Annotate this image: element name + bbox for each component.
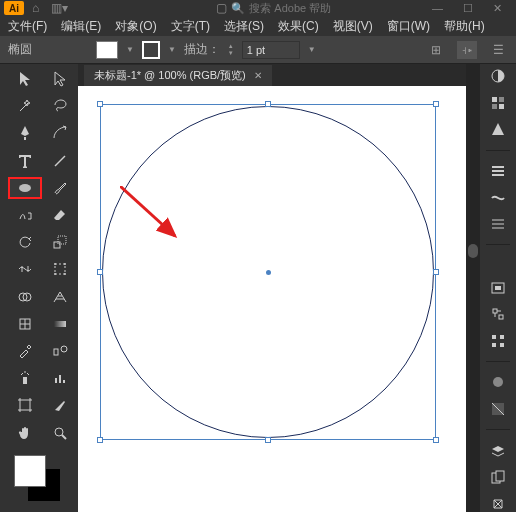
scrollbar-vertical[interactable] — [466, 64, 480, 512]
maximize-button[interactable]: ☐ — [463, 2, 473, 15]
menu-view[interactable]: 视图(V) — [333, 18, 373, 35]
menu-help[interactable]: 帮助(H) — [444, 18, 485, 35]
rotate-tool[interactable] — [8, 231, 42, 253]
color-panel-icon[interactable] — [489, 68, 507, 85]
symbols-panel-icon[interactable] — [489, 279, 507, 296]
transform-panel-icon[interactable] — [489, 306, 507, 323]
svg-line-21 — [62, 435, 66, 439]
gradient-tool[interactable] — [43, 313, 77, 335]
artboard-tool[interactable] — [8, 394, 42, 416]
stroke-stepper[interactable]: ▲▼ — [228, 43, 234, 57]
stroke-weight-input[interactable] — [242, 41, 300, 59]
menu-panel-icon[interactable] — [489, 216, 507, 233]
svg-rect-25 — [499, 97, 504, 102]
svg-rect-16 — [55, 378, 57, 383]
align-panel-icon[interactable] — [489, 333, 507, 350]
brushes-panel-icon[interactable] — [489, 189, 507, 206]
svg-point-1 — [19, 184, 31, 192]
column-graph-tool[interactable] — [43, 367, 77, 389]
close-button[interactable]: ✕ — [493, 2, 502, 15]
magic-wand-tool[interactable] — [8, 95, 42, 117]
search-icon: 🔍 — [231, 2, 245, 15]
swatches-panel-icon[interactable] — [489, 95, 507, 112]
home-icon[interactable]: ⌂ — [32, 1, 39, 15]
resize-handle[interactable] — [265, 101, 271, 107]
bounding-box[interactable] — [100, 104, 436, 440]
menu-type[interactable]: 文字(T) — [171, 18, 210, 35]
document-tab[interactable]: 未标题-1* @ 100% (RGB/预览) ✕ — [84, 65, 272, 86]
svg-point-14 — [61, 346, 67, 352]
chevron-down-icon[interactable]: ▼ — [308, 45, 316, 54]
scale-tool[interactable] — [43, 231, 77, 253]
stroke-swatch[interactable] — [142, 41, 160, 59]
shape-builder-tool[interactable] — [8, 286, 42, 308]
symbol-sprayer-tool[interactable] — [8, 367, 42, 389]
grid-icon[interactable]: ⊞ — [431, 43, 441, 57]
resize-handle[interactable] — [433, 269, 439, 275]
arrange-icon[interactable]: ▥▾ — [51, 1, 68, 15]
panel-icon[interactable]: ▢ — [216, 1, 227, 15]
svg-rect-3 — [58, 236, 66, 244]
menu-select[interactable]: 选择(S) — [224, 18, 264, 35]
svg-point-8 — [64, 273, 66, 275]
graphic-styles-panel-icon[interactable] — [489, 401, 507, 418]
paintbrush-tool[interactable] — [43, 177, 77, 199]
list-icon[interactable]: ☰ — [493, 43, 504, 57]
appearance-panel-icon[interactable] — [489, 374, 507, 391]
resize-handle[interactable] — [97, 437, 103, 443]
fill-stroke-swatch[interactable] — [8, 449, 78, 512]
search-box[interactable]: 🔍 — [231, 2, 359, 15]
direct-selection-tool[interactable] — [43, 68, 77, 90]
lasso-tool[interactable] — [43, 95, 77, 117]
eyedropper-tool[interactable] — [8, 340, 42, 362]
svg-point-36 — [493, 377, 503, 387]
blend-tool[interactable] — [43, 340, 77, 362]
menu-window[interactable]: 窗口(W) — [387, 18, 430, 35]
stroke-panel-icon[interactable] — [489, 163, 507, 180]
free-transform-tool[interactable] — [43, 258, 77, 280]
mesh-tool[interactable] — [8, 313, 42, 335]
resize-handle[interactable] — [433, 437, 439, 443]
menu-edit[interactable]: 编辑(E) — [61, 18, 101, 35]
scroll-thumb[interactable] — [468, 244, 478, 258]
resize-handle[interactable] — [433, 101, 439, 107]
minimize-button[interactable]: — — [432, 2, 443, 14]
menu-file[interactable]: 文件(F) — [8, 18, 47, 35]
resize-handle[interactable] — [97, 269, 103, 275]
ellipse-tool[interactable] — [8, 177, 42, 199]
svg-rect-13 — [54, 349, 58, 355]
links-panel-icon[interactable] — [489, 495, 507, 512]
type-tool[interactable] — [8, 150, 42, 172]
shaper-tool[interactable] — [8, 204, 42, 226]
svg-rect-27 — [499, 104, 504, 109]
canvas[interactable]: 100% ▼ |◂ ◂ ▸ ▸| — [78, 86, 466, 512]
chevron-down-icon[interactable]: ▼ — [168, 45, 176, 54]
fill-front-swatch[interactable] — [14, 455, 46, 487]
curvature-tool[interactable] — [43, 122, 77, 144]
layers-panel-icon[interactable] — [489, 442, 507, 459]
resize-handle[interactable] — [265, 437, 271, 443]
close-tab-icon[interactable]: ✕ — [254, 70, 262, 81]
svg-rect-30 — [493, 309, 497, 313]
svg-rect-24 — [492, 97, 497, 102]
eraser-tool[interactable] — [43, 204, 77, 226]
selection-tool[interactable] — [8, 68, 42, 90]
perspective-tool[interactable] — [43, 286, 77, 308]
search-input[interactable] — [249, 2, 359, 14]
line-tool[interactable] — [43, 150, 77, 172]
menu-effect[interactable]: 效果(C) — [278, 18, 319, 35]
menu-object[interactable]: 对象(O) — [115, 18, 156, 35]
gradient-panel-icon[interactable] — [489, 121, 507, 138]
width-tool[interactable] — [8, 258, 42, 280]
artboards-panel-icon[interactable] — [489, 469, 507, 486]
chevron-down-icon[interactable]: ▼ — [126, 45, 134, 54]
resize-handle[interactable] — [97, 101, 103, 107]
slice-tool[interactable] — [43, 394, 77, 416]
zoom-tool[interactable] — [43, 422, 77, 444]
hand-tool[interactable] — [8, 422, 42, 444]
pen-tool[interactable] — [8, 122, 42, 144]
align-icon[interactable]: ⫞▸ — [457, 41, 477, 59]
control-bar: 椭圆 ▼ ▼ 描边： ▲▼ ▼ ⊞ ⫞▸ ☰ — [0, 36, 516, 64]
fill-swatch[interactable] — [96, 41, 118, 59]
tool-gutter — [0, 64, 8, 512]
